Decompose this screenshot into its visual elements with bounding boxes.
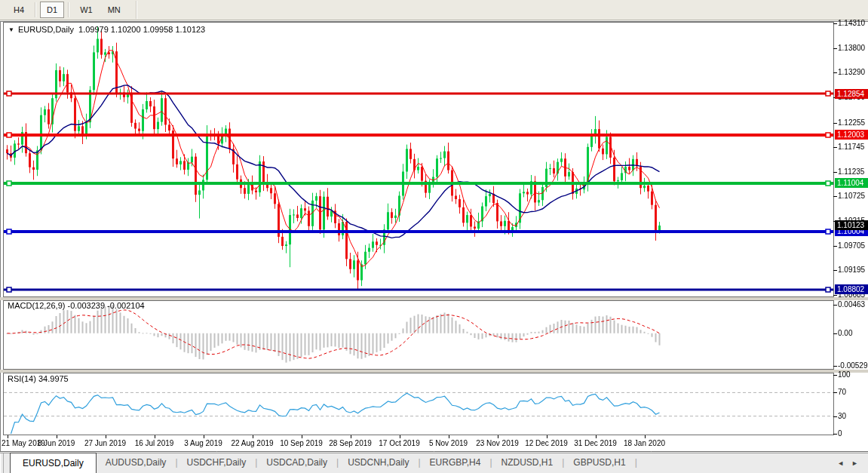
chart-tab-audusd-daily[interactable]: AUDUSD,Daily [97,453,176,473]
macd-values: -0.003239 -0.002104 [67,301,144,310]
current-price-label: 1.10123 [835,220,868,230]
date-axis-label: 27 Jun 2019 [84,439,126,447]
date-axis-label: 28 Sep 2019 [329,439,372,447]
rsi-value: 34.9975 [38,374,69,383]
symbol-dropdown-icon[interactable]: ▼ [8,26,14,33]
price-axis-tick: 1.12255 [838,118,865,127]
macd-name: MACD(12,26,9) [8,301,65,310]
symbol-tabbar: EURUSD,DailyAUDUSD,Daily|USDCHF,Daily|US… [0,453,868,473]
chart-tab-eurgbp-h4[interactable]: EURGBP,H4 [421,453,490,473]
chart-tab-usdcnh-daily[interactable]: USDCNH,Daily [339,453,418,473]
date-axis-label: 31 Dec 2019 [574,439,617,447]
date-axis-label: 10 Sep 2019 [280,439,323,447]
tab-scroll-right-icon[interactable]: ► [848,459,862,467]
rsi-axis-tick: 100 [838,370,851,379]
price-axis-tick: 1.14310 [838,19,865,28]
price-axis-tick: 1.13800 [838,44,865,53]
rsi-name: RSI(14) [8,374,36,383]
terminal-window: H4 D1 W1 MN ▼EURUSD,Daily 1.09979 1.1020… [0,0,868,473]
chart-title: ▼EURUSD,Daily 1.09979 1.10200 1.09958 1.… [8,25,205,34]
macd-axis-tick: 0.00 [838,329,852,338]
date-axis-label: 22 Aug 2019 [231,439,273,447]
chart-tab-usdcad-daily[interactable]: USDCAD,Daily [257,453,336,473]
chart-tab-gbpusd-h1[interactable]: GBPUSD,H1 [564,453,634,473]
hline-price-label: 1.11004 [835,178,868,188]
date-axis-label: 23 Nov 2019 [476,439,519,447]
chart-tab-eurusd-daily[interactable]: EURUSD,Daily [10,453,97,473]
date-axis-label: 5 Nov 2019 [429,439,468,447]
tab-scroll-arrows: ◄ ► [833,453,868,473]
date-axis-label: 12 Dec 2019 [525,439,568,447]
chart-tab-nzdusd-h1[interactable]: NZDUSD,H1 [492,453,563,473]
date-axis-label: 3 Aug 2019 [184,439,222,447]
tab-scroll-left-icon[interactable]: ◄ [833,459,848,467]
chart-canvas[interactable] [0,0,868,473]
tab-separator: | [635,453,637,473]
macd-axis-tick: -0.005299 [838,361,868,370]
hline-price-label: 1.12854 [835,89,868,99]
price-axis-tick: 1.11235 [838,167,864,177]
rsi-axis-tick: 0 [838,429,842,438]
date-axis-label: 18 Jan 2020 [624,439,665,447]
chart-ohlc-values: 1.09979 1.10200 1.09958 1.10123 [78,25,205,34]
price-axis-tick: 1.11745 [838,143,864,152]
price-axis-tick: 1.09705 [838,241,865,250]
hline-price-label: 1.08802 [835,284,868,294]
date-axis-label: 8 Jun 2019 [38,439,75,447]
date-axis-label: 16 Jul 2019 [135,439,174,447]
macd-indicator-label: MACD(12,26,9) -0.003239 -0.002104 [8,301,145,310]
macd-axis-tick: 0.00463 [838,300,865,309]
date-axis-label: 17 Oct 2019 [379,439,419,447]
rsi-axis-tick: 30 [838,412,846,421]
price-axis-tick: 1.13290 [838,68,865,77]
chart-symbol-label: EURUSD,Daily [18,25,74,34]
price-axis-tick: 1.09195 [838,266,865,275]
rsi-indicator-label: RSI(14) 34.9975 [8,374,69,383]
tabs-list: EURUSD,DailyAUDUSD,Daily|USDCHF,Daily|US… [10,453,637,473]
price-axis-tick: 1.10725 [838,192,865,201]
chart-tab-usdchf-daily[interactable]: USDCHF,Daily [178,453,256,473]
hline-price-label: 1.12003 [835,130,868,140]
rsi-axis-tick: 70 [838,388,846,397]
tabbar-grip [0,453,4,473]
